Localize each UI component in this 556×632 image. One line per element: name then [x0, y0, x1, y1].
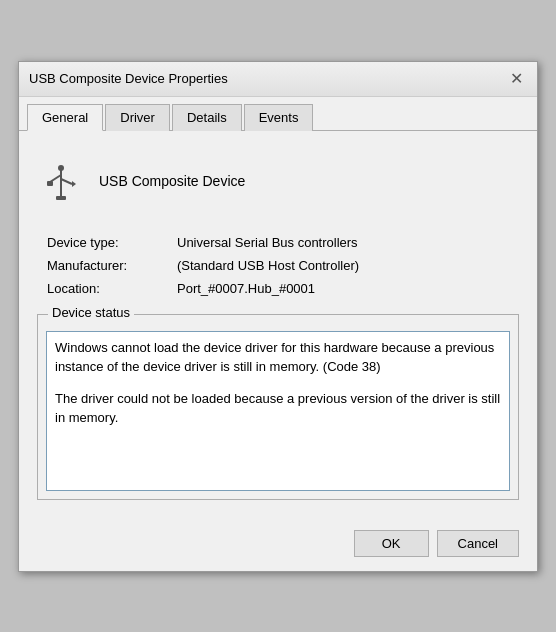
status-line-2: The driver could not be loaded because a…: [55, 389, 501, 428]
info-row-location: Location: Port_#0007.Hub_#0001: [47, 281, 519, 296]
device-type-value: Universal Serial Bus controllers: [177, 235, 358, 250]
title-bar: USB Composite Device Properties ✕: [19, 62, 537, 97]
status-line-1: Windows cannot load the device driver fo…: [55, 338, 501, 377]
svg-rect-7: [56, 196, 66, 200]
device-header: USB Composite Device: [37, 147, 519, 215]
close-button[interactable]: ✕: [505, 68, 527, 90]
tab-events[interactable]: Events: [244, 104, 314, 131]
device-name: USB Composite Device: [99, 173, 245, 189]
window-title: USB Composite Device Properties: [29, 71, 228, 86]
svg-point-1: [58, 165, 64, 171]
tab-general[interactable]: General: [27, 104, 103, 131]
ok-button[interactable]: OK: [354, 530, 429, 557]
dialog-window: USB Composite Device Properties ✕ Genera…: [18, 61, 538, 572]
location-label: Location:: [47, 281, 177, 296]
svg-marker-5: [72, 181, 76, 187]
manufacturer-label: Manufacturer:: [47, 258, 177, 273]
cancel-button[interactable]: Cancel: [437, 530, 519, 557]
content-area: USB Composite Device Device type: Univer…: [19, 131, 537, 516]
info-row-device-type: Device type: Universal Serial Bus contro…: [47, 235, 519, 250]
button-bar: OK Cancel: [19, 516, 537, 571]
svg-line-4: [61, 179, 72, 184]
device-status-textbox[interactable]: Windows cannot load the device driver fo…: [46, 331, 510, 491]
device-info-table: Device type: Universal Serial Bus contro…: [47, 235, 519, 296]
svg-rect-3: [47, 181, 53, 186]
tab-details[interactable]: Details: [172, 104, 242, 131]
device-type-label: Device type:: [47, 235, 177, 250]
tab-driver[interactable]: Driver: [105, 104, 170, 131]
tab-bar: General Driver Details Events: [19, 97, 537, 131]
svg-line-2: [50, 175, 61, 182]
device-status-section: Device status Windows cannot load the de…: [37, 314, 519, 500]
manufacturer-value: (Standard USB Host Controller): [177, 258, 359, 273]
location-value: Port_#0007.Hub_#0001: [177, 281, 315, 296]
device-icon: [37, 157, 85, 205]
status-legend-label: Device status: [48, 305, 134, 320]
info-row-manufacturer: Manufacturer: (Standard USB Host Control…: [47, 258, 519, 273]
